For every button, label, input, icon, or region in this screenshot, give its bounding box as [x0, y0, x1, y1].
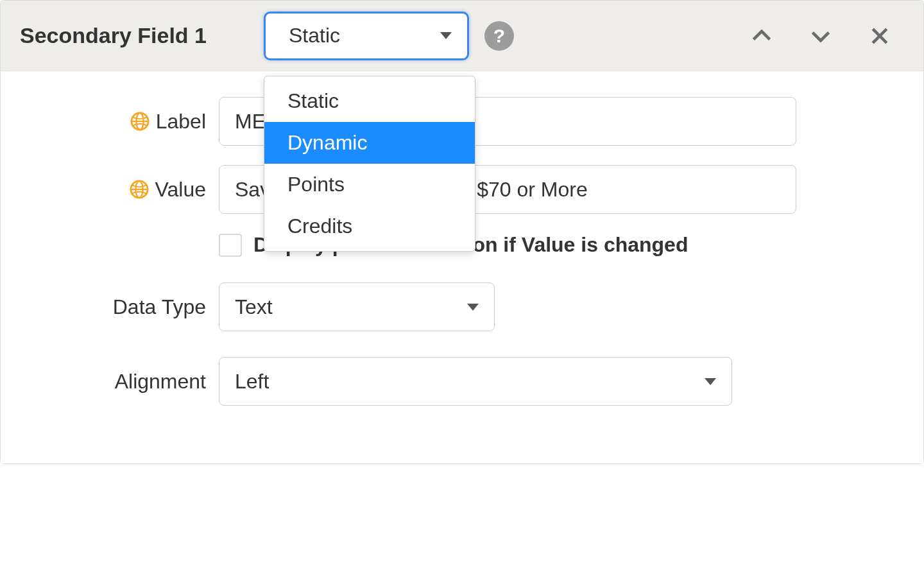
alignment-label-col: Alignment: [26, 370, 219, 394]
datatype-control-col: Text: [219, 282, 898, 331]
datatype-label-col: Data Type: [26, 295, 219, 319]
datatype-select[interactable]: Text: [219, 282, 495, 331]
panel-header: Secondary Field 1 Static Static Dynamic …: [1, 1, 923, 71]
label-field-label: Label: [156, 110, 206, 134]
chevron-down-icon: [809, 24, 832, 48]
dropdown-option-points[interactable]: Points: [264, 164, 475, 205]
alignment-row: Alignment Left: [26, 357, 898, 406]
datatype-field-label: Data Type: [113, 295, 206, 319]
alignment-field-label: Alignment: [115, 370, 206, 394]
move-down-button[interactable]: [804, 19, 837, 53]
dropdown-option-credits[interactable]: Credits: [264, 205, 475, 247]
value-field-label: Value: [155, 178, 206, 202]
chevron-up-icon: [750, 24, 773, 48]
alignment-select[interactable]: Left: [219, 357, 732, 406]
caret-down-icon: [467, 304, 479, 311]
globe-icon: [130, 180, 149, 199]
panel-title: Secondary Field 1: [20, 23, 264, 48]
field-type-select[interactable]: Static: [264, 12, 469, 60]
field-type-dropdown-menu: Static Dynamic Points Credits: [264, 76, 475, 252]
header-actions: [745, 19, 904, 53]
datatype-row: Data Type Text: [26, 282, 898, 331]
notification-checkbox[interactable]: [219, 234, 242, 257]
value-label-col: Value: [26, 178, 219, 202]
caret-down-icon: [440, 32, 452, 39]
move-up-button[interactable]: [745, 19, 778, 53]
globe-icon: [130, 112, 150, 131]
help-icon[interactable]: ?: [484, 21, 514, 51]
field-type-dropdown-container: Static Static Dynamic Points Credits: [264, 12, 469, 60]
datatype-selected-value: Text: [235, 295, 273, 319]
label-label-col: Label: [26, 110, 219, 134]
field-type-selected-value: Static: [289, 24, 340, 48]
secondary-field-panel: Secondary Field 1 Static Static Dynamic …: [0, 0, 924, 464]
dropdown-option-dynamic[interactable]: Dynamic: [264, 122, 475, 164]
dropdown-option-static[interactable]: Static: [264, 80, 475, 122]
close-icon: [868, 24, 891, 48]
caret-down-icon: [705, 378, 716, 385]
alignment-selected-value: Left: [235, 370, 269, 394]
remove-button[interactable]: [863, 19, 896, 53]
alignment-control-col: Left: [219, 357, 898, 406]
